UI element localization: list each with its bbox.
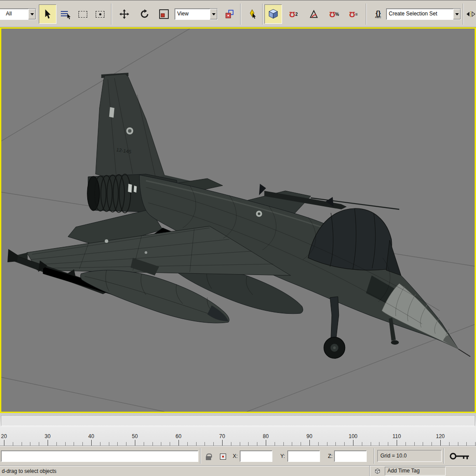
move-arrows-icon <box>119 9 129 19</box>
dashed-rectangle-dot-icon <box>96 11 104 18</box>
status-separator <box>374 448 375 464</box>
coord-system-value: View <box>175 9 210 19</box>
spinner-snap-button[interactable]: Ω≡ <box>345 4 362 24</box>
mirror-icon <box>466 9 476 19</box>
select-object-button[interactable] <box>39 4 56 24</box>
tick-label: 90 <box>306 433 312 439</box>
angle-snap-button[interactable] <box>305 4 323 24</box>
timeline-ruler[interactable]: 20 30 40 50 60 70 80 90 100 110 120 <box>0 413 476 446</box>
time-tag-block: Add Time Tag <box>369 466 476 476</box>
selection-set-value: Create Selection Set <box>387 9 453 19</box>
absolute-mode-icon <box>220 454 226 460</box>
percent-glyph: % <box>335 12 339 17</box>
chevron-down-icon <box>212 13 216 17</box>
magnet-icon: Ω <box>329 11 335 18</box>
time-tag-cube-icon <box>374 468 381 475</box>
selection-filter-combo[interactable]: All <box>0 8 36 20</box>
main-toolbar: All View <box>0 0 476 27</box>
create-selection-set-combo[interactable]: Create Selection Set <box>386 8 461 20</box>
major-tick <box>222 440 223 446</box>
major-tick <box>4 440 4 446</box>
name-list-icon <box>61 10 70 18</box>
named-selection-sets-button[interactable]: {} ABC <box>369 4 387 24</box>
tick-label: 100 <box>349 433 357 439</box>
toolbar-separator <box>111 4 112 25</box>
prompt-text: d-drag to select objects <box>2 468 56 474</box>
manipulate-icon <box>247 9 257 19</box>
magnet-icon: Ω <box>349 11 355 18</box>
chevron-down-icon <box>455 13 459 17</box>
coord-system-dropdown-button[interactable] <box>210 9 217 19</box>
pivot-center-icon <box>224 9 234 19</box>
z-coordinate-field[interactable] <box>334 450 367 462</box>
major-tick <box>178 440 179 446</box>
reference-coord-system-combo[interactable]: View <box>175 8 218 20</box>
major-tick <box>266 440 266 446</box>
set-key-button[interactable] <box>446 450 473 462</box>
maxscript-mini-listener[interactable] <box>1 450 198 462</box>
y-coordinate-label: Y: <box>280 453 285 459</box>
key-icon <box>450 452 470 461</box>
select-and-rotate-button[interactable] <box>136 4 153 24</box>
toolbar-separator <box>240 4 241 25</box>
minor-ticks <box>0 442 476 446</box>
abc-label: ABC <box>375 16 382 19</box>
tick-label: 80 <box>263 433 268 439</box>
rotate-arrow-icon <box>140 9 149 19</box>
status-bar: X: Y: Z: Grid = 10.0 <box>0 446 476 465</box>
snap-cube-icon <box>268 9 279 19</box>
use-pivot-point-center-button[interactable] <box>220 4 238 24</box>
viewport-canvas[interactable]: 12-145 <box>1 29 475 412</box>
spinner-lines-glyph: ≡ <box>355 12 358 17</box>
selection-set-dropdown-button[interactable] <box>453 9 461 19</box>
major-tick <box>353 440 353 446</box>
superscript-2: 2 <box>295 12 298 17</box>
x-coordinate-label: X: <box>233 453 238 459</box>
toolbar-separator <box>262 4 263 25</box>
toolbar-separator <box>366 4 367 25</box>
tick-label: 40 <box>88 433 94 439</box>
grid-size-display: Grid = 10.0 <box>377 450 442 462</box>
major-tick <box>135 440 135 446</box>
select-and-manipulate-button[interactable] <box>243 4 261 24</box>
protractor-icon <box>309 9 319 19</box>
tick-label: 60 <box>175 433 181 439</box>
status-separator <box>200 448 201 464</box>
select-and-move-button[interactable] <box>115 4 133 24</box>
arrow-cursor-icon <box>44 9 51 19</box>
y-coordinate-field[interactable] <box>287 450 320 462</box>
tick-label: 70 <box>219 433 225 439</box>
braces-icon: {} <box>376 10 381 16</box>
tick-label: 50 <box>132 433 138 439</box>
jet-model[interactable]: 12-145 <box>7 73 470 358</box>
z-coordinate-label: Z: <box>328 453 333 459</box>
viewport[interactable]: 12-145 <box>0 27 476 413</box>
add-time-tag-button[interactable]: Add Time Tag <box>385 467 446 476</box>
absolute-mode-transform-button[interactable] <box>217 451 229 461</box>
selection-filter-dropdown-button[interactable] <box>28 9 36 19</box>
major-tick <box>309 440 310 446</box>
select-and-scale-button[interactable] <box>155 4 173 24</box>
snaps-toggle-button[interactable] <box>264 4 282 24</box>
snap-mode-2-button[interactable]: Ω2 <box>285 4 302 24</box>
selection-lock-toggle[interactable] <box>203 451 214 461</box>
track-bar[interactable] <box>1 415 475 426</box>
x-coordinate-field[interactable] <box>240 450 272 462</box>
major-tick <box>91 440 92 446</box>
padlock-icon <box>206 456 211 460</box>
percent-snap-button[interactable]: Ω% <box>325 4 343 24</box>
rectangular-selection-region-button[interactable] <box>74 4 92 24</box>
window-crossing-button[interactable] <box>91 4 109 24</box>
mirror-button[interactable] <box>465 4 476 24</box>
major-tick <box>397 440 397 446</box>
magnet-icon: Ω <box>289 11 295 18</box>
chevron-down-icon <box>30 13 34 17</box>
tick-label: 30 <box>45 433 50 439</box>
major-tick <box>48 440 48 446</box>
dashed-rectangle-icon <box>78 11 87 18</box>
prompt-bar: d-drag to select objects Add Time Tag <box>0 465 476 476</box>
status-separator <box>443 448 444 464</box>
select-by-name-button[interactable] <box>56 4 74 24</box>
tick-label: 120 <box>436 433 445 439</box>
tick-label: 110 <box>392 433 401 439</box>
